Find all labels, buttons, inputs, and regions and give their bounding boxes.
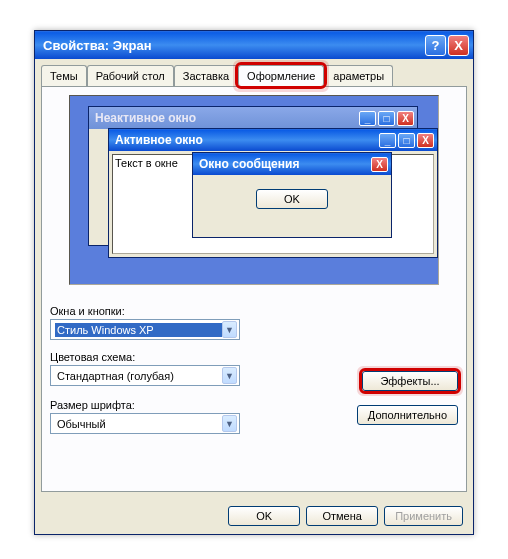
close-icon: X: [417, 133, 434, 148]
tab-desktop[interactable]: Рабочий стол: [87, 65, 174, 86]
cancel-button[interactable]: Отмена: [306, 506, 378, 526]
preview-active-title: Активное окно: [115, 133, 203, 147]
maximize-icon: □: [398, 133, 415, 148]
chevron-down-icon: ▼: [222, 367, 237, 384]
font-size-select[interactable]: Обычный ▼: [50, 413, 240, 434]
maximize-icon: □: [378, 111, 395, 126]
display-properties-window: Свойства: Экран ? X Темы Рабочий стол За…: [34, 30, 474, 535]
preview-area: Неактивное окно _ □ X Активное окно _ □ …: [69, 95, 439, 285]
minimize-icon: _: [359, 111, 376, 126]
color-scheme-value: Стандартная (голубая): [55, 369, 222, 383]
windows-buttons-select[interactable]: Стиль Windows XP ▼: [50, 319, 240, 340]
preview-message-title: Окно сообщения: [199, 157, 299, 171]
window-title: Свойства: Экран: [43, 38, 423, 53]
ok-button[interactable]: OK: [228, 506, 300, 526]
preview-inactive-title: Неактивное окно: [95, 111, 196, 125]
help-button[interactable]: ?: [425, 35, 446, 56]
tab-screensaver[interactable]: Заставка: [174, 65, 238, 86]
preview-message-window: Окно сообщения X OK: [192, 152, 392, 238]
apply-button[interactable]: Применить: [384, 506, 463, 526]
preview-ok-button: OK: [256, 189, 328, 209]
tab-settings[interactable]: араметры: [324, 65, 393, 86]
appearance-panel: Неактивное окно _ □ X Активное окно _ □ …: [41, 86, 467, 492]
effects-button[interactable]: Эффекты...: [362, 371, 458, 391]
advanced-button[interactable]: Дополнительно: [357, 405, 458, 425]
close-icon: X: [371, 157, 388, 172]
chevron-down-icon: ▼: [222, 321, 237, 338]
minimize-icon: _: [379, 133, 396, 148]
tab-appearance[interactable]: Оформление: [238, 65, 324, 86]
font-size-row: Размер шрифта: Обычный ▼: [50, 399, 250, 434]
windows-buttons-value: Стиль Windows XP: [55, 323, 222, 337]
close-icon: X: [397, 111, 414, 126]
advanced-button-wrap: Дополнительно: [357, 405, 458, 425]
color-scheme-label: Цветовая схема:: [50, 351, 250, 363]
windows-buttons-label: Окна и кнопки:: [50, 305, 250, 317]
tab-themes[interactable]: Темы: [41, 65, 87, 86]
tab-strip: Темы Рабочий стол Заставка Оформление ар…: [35, 59, 473, 86]
titlebar[interactable]: Свойства: Экран ? X: [35, 31, 473, 59]
close-button[interactable]: X: [448, 35, 469, 56]
font-size-value: Обычный: [55, 417, 222, 431]
dialog-buttons: OK Отмена Применить: [35, 498, 473, 534]
color-scheme-select[interactable]: Стандартная (голубая) ▼: [50, 365, 240, 386]
windows-buttons-row: Окна и кнопки: Стиль Windows XP ▼: [50, 305, 250, 340]
color-scheme-row: Цветовая схема: Стандартная (голубая) ▼: [50, 351, 250, 386]
effects-button-wrap: Эффекты...: [362, 371, 458, 391]
font-size-label: Размер шрифта:: [50, 399, 250, 411]
chevron-down-icon: ▼: [222, 415, 237, 432]
